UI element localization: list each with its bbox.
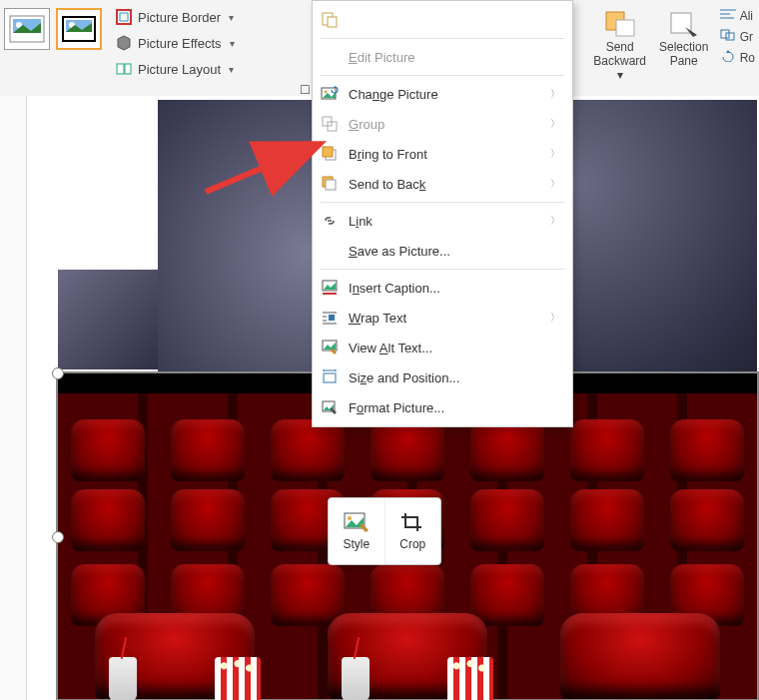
send-backward-button[interactable]: Send Backward ▾: [588, 0, 652, 82]
group-label: Gr: [740, 30, 753, 44]
chevron-right-icon: 〉: [550, 214, 560, 228]
chevron-right-icon: 〉: [550, 87, 560, 101]
align-label: Ali: [740, 9, 753, 23]
svg-rect-35: [324, 373, 336, 382]
menu-size-and-position-label: Size and Position...: [349, 370, 560, 385]
ribbon-picture-options: Picture Border ▾ Picture Effects ▾ Pictu…: [106, 0, 243, 80]
style-icon: [344, 511, 370, 533]
menu-wrap-text-label: Wrap Text: [349, 311, 540, 326]
menu-group: Group 〉: [313, 109, 572, 139]
svg-rect-24: [323, 147, 333, 157]
selection-pane-label: Selection Pane: [659, 40, 708, 68]
menu-size-and-position[interactable]: Size and Position...: [313, 362, 572, 392]
menu-bring-to-front-label: Bring to Front: [349, 147, 540, 162]
size-position-icon: [321, 368, 339, 386]
svg-rect-7: [117, 64, 124, 74]
picture-border-icon: [116, 9, 132, 25]
menu-format-picture-label: Format Picture...: [349, 400, 560, 415]
selection-handle[interactable]: [52, 367, 64, 379]
chevron-right-icon: 〉: [550, 311, 560, 325]
chevron-down-icon: ▾: [229, 12, 234, 23]
mini-style-label: Style: [343, 537, 370, 551]
svg-rect-6: [117, 10, 131, 24]
alt-text-icon: [321, 339, 339, 356]
selection-pane-button[interactable]: Selection Pane: [652, 0, 716, 68]
picture-style-thumb-2[interactable]: [56, 8, 102, 50]
mini-style-button[interactable]: Style: [329, 498, 384, 564]
ribbon-arrange-group: Send Backward ▾ Selection Pane Ali Gr Ro: [588, 0, 759, 96]
send-backward-icon: [602, 8, 638, 40]
menu-link-label: Link: [349, 214, 540, 229]
menu-save-as-picture[interactable]: Save as Picture...: [313, 236, 572, 266]
image-small-thumbnail[interactable]: [58, 270, 158, 369]
svg-rect-26: [326, 180, 336, 190]
menu-separator: [321, 38, 564, 39]
picture-styles-gallery[interactable]: [0, 0, 106, 50]
mini-crop-button[interactable]: Crop: [384, 498, 441, 564]
menu-separator: [321, 269, 564, 270]
svg-rect-31: [329, 315, 335, 321]
menu-edit-picture: Edit Picture: [313, 42, 572, 72]
group-icon: [720, 29, 736, 44]
menu-separator: [321, 75, 564, 76]
menu-edit-picture-label: Edit Picture: [349, 50, 560, 65]
menu-bring-to-front[interactable]: Bring to Front 〉: [313, 139, 572, 169]
picture-mini-toolbar: Style Crop: [328, 497, 441, 565]
blank-icon: [321, 48, 339, 66]
blank-icon: [321, 242, 339, 260]
crop-icon: [399, 511, 425, 533]
chevron-right-icon: 〉: [550, 177, 560, 191]
picture-layout-button[interactable]: Picture Layout ▾: [116, 58, 235, 80]
bring-to-front-icon: [321, 145, 339, 163]
picture-layout-icon: [116, 61, 132, 77]
picture-effects-label: Picture Effects: [138, 36, 222, 51]
rotate-button[interactable]: Ro: [720, 50, 755, 65]
svg-rect-10: [616, 20, 634, 36]
svg-rect-8: [125, 64, 131, 74]
menu-separator: [321, 202, 564, 203]
menu-save-as-picture-label: Save as Picture...: [349, 244, 560, 259]
menu-send-to-back[interactable]: Send to Back 〉: [313, 169, 572, 199]
menu-format-picture[interactable]: Format Picture...: [313, 392, 572, 422]
paste-icon: [321, 11, 339, 29]
picture-context-menu: Edit Picture Change Picture 〉 Group 〉 Br…: [312, 0, 573, 427]
menu-change-picture[interactable]: Change Picture 〉: [313, 79, 572, 109]
menu-view-alt-text[interactable]: View Alt Text...: [313, 333, 572, 362]
picture-style-thumb-1[interactable]: [4, 8, 50, 50]
group-button[interactable]: Gr: [720, 29, 755, 44]
picture-border-label: Picture Border: [138, 10, 221, 25]
rotate-icon: [720, 50, 736, 65]
menu-view-alt-text-label: View Alt Text...: [349, 341, 560, 355]
chevron-right-icon: 〉: [550, 117, 560, 131]
svg-rect-16: [726, 33, 734, 40]
wrap-text-icon: [321, 309, 339, 327]
group-icon: [321, 115, 339, 133]
selection-pane-icon: [666, 8, 702, 40]
mini-crop-label: Crop: [399, 537, 425, 551]
send-backward-label: Send Backward: [593, 40, 646, 68]
picture-effects-button[interactable]: Picture Effects ▾: [116, 32, 235, 54]
menu-link[interactable]: Link 〉: [313, 206, 572, 236]
format-picture-icon: [321, 398, 339, 416]
checkbox-icon: ☐: [300, 83, 311, 97]
svg-point-42: [348, 516, 352, 520]
rotate-label: Ro: [740, 51, 755, 65]
vertical-ruler[interactable]: [0, 96, 27, 700]
menu-wrap-text[interactable]: Wrap Text 〉: [313, 303, 572, 333]
chevron-down-icon: ▾: [229, 64, 234, 75]
chevron-down-icon: ▾: [617, 68, 623, 82]
align-button[interactable]: Ali: [720, 8, 755, 23]
menu-insert-caption[interactable]: Insert Caption...: [313, 273, 572, 303]
link-icon: [321, 212, 339, 230]
picture-effects-icon: [116, 35, 132, 51]
send-to-back-icon: [321, 175, 339, 193]
svg-point-20: [325, 91, 328, 94]
menu-paste-options-row: [313, 5, 572, 35]
menu-change-picture-label: Change Picture: [349, 87, 540, 102]
change-picture-icon: [321, 85, 339, 103]
chevron-right-icon: 〉: [550, 147, 560, 161]
picture-border-button[interactable]: Picture Border ▾: [116, 6, 235, 28]
menu-group-label: Group: [349, 117, 540, 132]
svg-rect-18: [328, 17, 337, 27]
chevron-down-icon: ▾: [230, 38, 235, 49]
